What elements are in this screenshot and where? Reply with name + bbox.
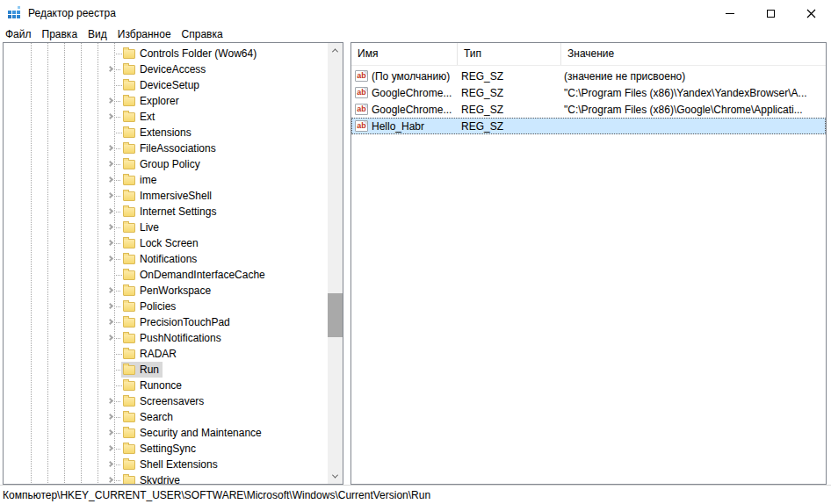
tree-item-label: Policies bbox=[140, 299, 176, 314]
tree-scrollbar[interactable] bbox=[328, 43, 343, 484]
tree-item-content[interactable]: Group Policy bbox=[121, 156, 204, 172]
registry-value-row-googlechrome[interactable]: abGoogleChrome...REG_SZ"C:\Program Files… bbox=[351, 101, 826, 118]
tree-item-content[interactable]: PushNotifications bbox=[121, 330, 225, 346]
tree-item-content[interactable]: SettingSync bbox=[121, 441, 199, 457]
maximize-button[interactable] bbox=[750, 0, 791, 26]
tree-item-content[interactable]: Security and Maintenance bbox=[121, 425, 265, 441]
column-header-name[interactable]: Имя bbox=[351, 43, 458, 65]
menu-item-file[interactable]: Файл bbox=[0, 26, 37, 42]
tree-item-content[interactable]: Runonce bbox=[121, 378, 185, 393]
tree-item-content[interactable]: ime bbox=[121, 172, 160, 188]
registry-value-row-hello-habr[interactable]: abHello_HabrREG_SZ bbox=[351, 118, 826, 134]
tree-item-policies[interactable]: Policies bbox=[4, 299, 328, 314]
minimize-button[interactable] bbox=[710, 0, 750, 26]
tree-item-skydrive[interactable]: Skydrive bbox=[4, 472, 328, 485]
registry-value-row-googlechrome[interactable]: abGoogleChrome...REG_SZ"C:\Program Files… bbox=[351, 84, 826, 101]
chevron-right-icon[interactable] bbox=[107, 113, 113, 119]
tree-item-content[interactable]: Search bbox=[121, 409, 177, 425]
scrollbar-thumb[interactable] bbox=[328, 293, 343, 337]
chevron-right-icon[interactable] bbox=[107, 240, 113, 246]
tree-item-devicesetup[interactable]: DeviceSetup bbox=[4, 77, 328, 93]
tree-item-radar[interactable]: RADAR bbox=[4, 346, 328, 362]
menu-item-help[interactable]: Справка bbox=[177, 26, 228, 42]
chevron-right-icon[interactable] bbox=[107, 477, 113, 483]
chevron-right-icon[interactable] bbox=[107, 287, 113, 293]
tree-item-security-and-maintenance[interactable]: Security and Maintenance bbox=[4, 425, 328, 441]
tree-item-content[interactable]: PenWorkspace bbox=[121, 283, 214, 299]
menu-item-edit[interactable]: Правка bbox=[37, 26, 83, 42]
tree-item-content[interactable]: RADAR bbox=[121, 346, 180, 362]
menu-item-favorites[interactable]: Избранное bbox=[112, 26, 177, 42]
tree-item-content[interactable]: Skydrive bbox=[121, 472, 184, 485]
tree-item-content[interactable]: Lock Screen bbox=[121, 235, 202, 251]
chevron-right-icon[interactable] bbox=[107, 319, 113, 325]
tree-item-controls-folder-wow64[interactable]: Controls Folder (Wow64) bbox=[4, 46, 328, 61]
chevron-right-icon[interactable] bbox=[107, 398, 113, 404]
tree-item-screensavers[interactable]: Screensavers bbox=[4, 393, 328, 409]
tree-item-notifications[interactable]: Notifications bbox=[4, 251, 328, 267]
chevron-right-icon[interactable] bbox=[107, 66, 113, 72]
tree-item-fileassociations[interactable]: FileAssociations bbox=[4, 140, 328, 156]
chevron-right-icon[interactable] bbox=[107, 145, 113, 151]
tree-item-content[interactable]: Notifications bbox=[121, 251, 200, 267]
chevron-right-icon[interactable] bbox=[107, 97, 113, 104]
tree-item-lock-screen[interactable]: Lock Screen bbox=[4, 235, 328, 251]
tree-item-content[interactable]: Internet Settings bbox=[121, 204, 220, 220]
tree-item-content[interactable]: Live bbox=[121, 220, 163, 235]
tree-item-content[interactable]: ImmersiveShell bbox=[121, 188, 215, 204]
tree-item-explorer[interactable]: Explorer bbox=[4, 93, 328, 109]
chevron-right-icon[interactable] bbox=[107, 414, 113, 420]
tree-item-shell-extensions[interactable]: Shell Extensions bbox=[4, 457, 328, 472]
tree-item-live[interactable]: Live bbox=[4, 220, 328, 235]
chevron-right-icon[interactable] bbox=[107, 161, 113, 167]
chevron-right-icon[interactable] bbox=[107, 256, 113, 262]
tree-item-content[interactable]: Ext bbox=[121, 109, 158, 125]
menu-item-view[interactable]: Вид bbox=[83, 26, 112, 42]
tree-item-content[interactable]: Explorer bbox=[121, 93, 183, 109]
tree-item-internet-settings[interactable]: Internet Settings bbox=[4, 204, 328, 220]
tree-item-search[interactable]: Search bbox=[4, 409, 328, 425]
tree-item-penworkspace[interactable]: PenWorkspace bbox=[4, 283, 328, 299]
tree-item-extensions[interactable]: Extensions bbox=[4, 125, 328, 140]
tree-item-content[interactable]: Shell Extensions bbox=[121, 457, 221, 472]
tree-item-content[interactable]: DeviceAccess bbox=[121, 61, 209, 77]
registry-value-row-value-0[interactable]: ab(По умолчанию)REG_SZ(значение не присв… bbox=[351, 68, 826, 84]
tree-item-settingsync[interactable]: SettingSync bbox=[4, 441, 328, 457]
tree-item-content[interactable]: Controls Folder (Wow64) bbox=[121, 46, 260, 61]
chevron-right-icon[interactable] bbox=[107, 461, 113, 467]
tree-item-runonce[interactable]: Runonce bbox=[4, 378, 328, 393]
chevron-right-icon[interactable] bbox=[107, 429, 113, 436]
tree-item-content[interactable]: FileAssociations bbox=[121, 140, 220, 156]
chevron-right-icon[interactable] bbox=[107, 176, 113, 183]
tree-item-label: Screensavers bbox=[140, 393, 204, 409]
tree-item-deviceaccess[interactable]: DeviceAccess bbox=[4, 61, 328, 77]
close-button[interactable] bbox=[791, 0, 831, 26]
chevron-right-icon[interactable] bbox=[107, 224, 113, 230]
tree-item-content[interactable]: DeviceSetup bbox=[121, 77, 203, 93]
chevron-right-icon[interactable] bbox=[107, 192, 113, 198]
scroll-up-button[interactable] bbox=[328, 43, 343, 58]
tree-item-ext[interactable]: Ext bbox=[4, 109, 328, 125]
tree-item-content[interactable]: Policies bbox=[121, 299, 179, 314]
tree-item-precisiontouchpad[interactable]: PrecisionTouchPad bbox=[4, 314, 328, 330]
chevron-right-icon[interactable] bbox=[107, 335, 113, 341]
tree-item-group-policy[interactable]: Group Policy bbox=[4, 156, 328, 172]
tree-item-immersiveshell[interactable]: ImmersiveShell bbox=[4, 188, 328, 204]
tree-item-content[interactable]: PrecisionTouchPad bbox=[121, 314, 234, 330]
tree-item-content[interactable]: Screensavers bbox=[121, 393, 207, 409]
scroll-down-button[interactable] bbox=[328, 469, 343, 484]
column-header-value[interactable]: Значение bbox=[561, 43, 826, 65]
chevron-right-icon[interactable] bbox=[107, 445, 113, 451]
tree-item-content[interactable]: Run bbox=[121, 362, 163, 378]
chevron-right-icon[interactable] bbox=[107, 303, 113, 309]
column-header-type[interactable]: Тип bbox=[458, 43, 561, 65]
chevron-right-icon[interactable] bbox=[107, 208, 113, 214]
tree-item-run[interactable]: Run bbox=[4, 362, 328, 378]
tree-item-content[interactable]: Extensions bbox=[121, 125, 195, 140]
tree-item-pushnotifications[interactable]: PushNotifications bbox=[4, 330, 328, 346]
tree-item-ime[interactable]: ime bbox=[4, 172, 328, 188]
tree-item-content[interactable]: OnDemandInterfaceCache bbox=[121, 267, 269, 283]
tree-item-ondemandinterfacecache[interactable]: OnDemandInterfaceCache bbox=[4, 267, 328, 283]
folder-icon bbox=[123, 223, 135, 233]
panel-splitter[interactable] bbox=[343, 42, 350, 485]
